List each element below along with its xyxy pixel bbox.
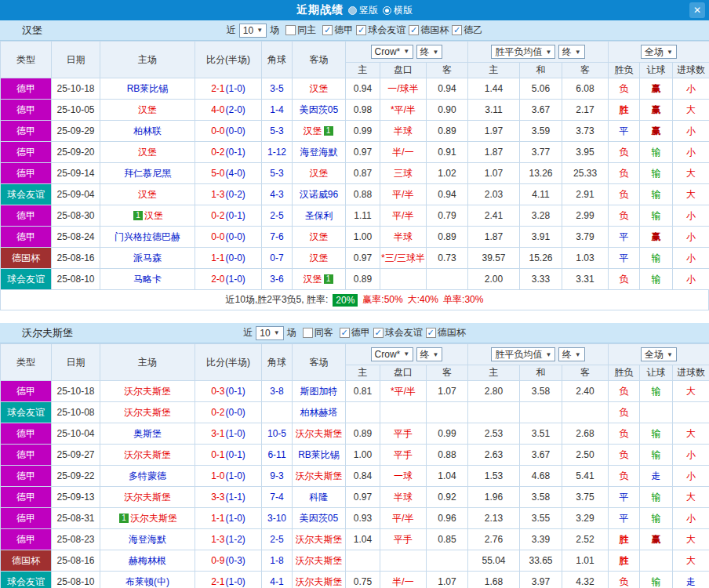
team-name[interactable]: 海登海默 (129, 534, 166, 545)
checkbox-unchecked-icon[interactable] (303, 328, 313, 338)
team-name[interactable]: 斯图加特 (300, 386, 338, 397)
team-name[interactable]: 柏林赫塔 (300, 407, 338, 418)
checkbox-checked-icon[interactable]: ✓ (373, 328, 384, 338)
team-name[interactable]: 海登海默 (300, 147, 338, 158)
team-name[interactable]: 汉堡 (144, 210, 163, 221)
team-name[interactable]: 沃尔夫斯堡 (124, 386, 171, 397)
league-checkbox[interactable]: ✓德甲 (322, 24, 353, 37)
let-result-cell: 输 (640, 184, 673, 205)
col-score: 比分(半场) (195, 344, 262, 381)
team-name[interactable]: 汉堡 (138, 104, 157, 115)
team-name[interactable]: 汉堡 (304, 125, 322, 136)
checkbox-checked-icon[interactable]: ✓ (452, 25, 462, 35)
near-label: 近 (243, 326, 253, 339)
vertical-label: 竖版 (359, 4, 378, 17)
team-name[interactable]: 沃尔夫斯堡 (130, 513, 177, 524)
avg-final-select[interactable]: 终▼ (558, 45, 585, 59)
team-name[interactable]: 汉堡 (310, 231, 329, 242)
league-checkbox[interactable]: ✓球会友谊 (373, 326, 423, 339)
team-name[interactable]: 汉堡 (310, 83, 329, 94)
team-name[interactable]: RB莱比锡 (298, 449, 340, 460)
team-name[interactable]: 柏林联 (133, 125, 162, 136)
league-checkbox[interactable]: ✓德国杯 (426, 326, 466, 339)
team-name[interactable]: 汉堡 (310, 252, 329, 263)
handicap-final-select[interactable]: 终▼ (416, 347, 443, 361)
same-venue-checkbox[interactable]: 同主 (285, 24, 316, 37)
checkbox-unchecked-icon[interactable] (285, 25, 296, 35)
checkbox-checked-icon[interactable]: ✓ (426, 328, 436, 338)
close-button[interactable]: ✕ (689, 2, 705, 18)
handicap-final-select[interactable]: 终▼ (416, 45, 443, 59)
checkbox-checked-icon[interactable]: ✓ (356, 25, 366, 35)
team-name[interactable]: 沃尔夫斯堡 (296, 576, 343, 587)
match-count-select[interactable]: 10▼ (239, 24, 267, 38)
team-name[interactable]: 沃尔夫斯堡 (124, 449, 171, 460)
team-name[interactable]: 布莱顿(中) (125, 576, 169, 587)
away-team-cell: 美因茨05 (293, 100, 346, 121)
team-name[interactable]: 沃尔夫斯堡 (296, 428, 343, 439)
team-name[interactable]: 沃尔夫斯堡 (296, 534, 343, 545)
team-name[interactable]: 汉堡 (138, 189, 157, 200)
avg-away-cell: 1.03 (562, 248, 609, 269)
section-wolfsburg: 沃尔夫斯堡 近 10▼ 场 同客 ✓德甲✓球会友谊✓德国杯 类型 日期 主场 比… (0, 323, 709, 588)
odds-company-select[interactable]: Crow*▼ (371, 347, 414, 361)
radio-unselected-icon[interactable] (348, 6, 357, 15)
match-count-select[interactable]: 10▼ (256, 326, 283, 340)
team-name[interactable]: RB莱比锡 (127, 83, 169, 94)
avg-select[interactable]: 胜平负均值▼ (491, 347, 555, 361)
team-name[interactable]: 沃尔夫斯堡 (124, 407, 171, 418)
team-name[interactable]: 汉堡 (304, 274, 322, 285)
home-odds-cell: 1.00 (346, 227, 380, 248)
halftime-score: (0-0) (226, 125, 245, 136)
fulltime-score: 2-1 (211, 576, 224, 587)
league-checkbox[interactable]: ✓球会友谊 (356, 24, 405, 37)
team-name[interactable]: 汉诺威96 (300, 189, 338, 200)
home-odds-cell: 1.11 (346, 205, 380, 227)
layout-vertical-radio[interactable]: 竖版 (348, 4, 378, 17)
avg-away-cell: 3.73 (562, 121, 609, 142)
avg-final-select[interactable]: 终▼ (558, 347, 585, 361)
team-name[interactable]: 沃尔夫斯堡 (296, 470, 343, 481)
away-odds-cell: 0.94 (427, 78, 468, 100)
team-name[interactable]: 赫梅林根 (129, 555, 166, 566)
team-name[interactable]: 美因茨05 (300, 513, 338, 524)
team-name[interactable]: 马略卡 (133, 274, 162, 285)
team-name[interactable]: 多特蒙德 (129, 470, 166, 481)
chevron-down-icon: ▼ (274, 329, 280, 336)
league-checkbox[interactable]: ✓德国杯 (409, 24, 449, 37)
avg-away-cell: 4.32 (562, 572, 609, 588)
corner-cell: 0-7 (262, 248, 293, 269)
team-name[interactable]: 汉堡 (138, 147, 157, 158)
col-result: 胜负 (609, 365, 640, 381)
team-name[interactable]: 美因茨05 (300, 104, 338, 115)
team-name[interactable]: 圣保利 (305, 210, 333, 221)
handicap-odds-group: Crow*▼ 终▼ (346, 42, 468, 63)
league-type-cell: 德甲 (1, 121, 52, 142)
checkbox-checked-icon[interactable]: ✓ (322, 25, 333, 35)
same-venue-checkbox[interactable]: 同客 (303, 326, 333, 339)
away-team-cell: 汉堡 (293, 248, 346, 269)
checkbox-checked-icon[interactable]: ✓ (340, 328, 350, 338)
team-name[interactable]: 汉堡 (310, 168, 329, 179)
league-checkbox[interactable]: ✓德甲 (340, 326, 370, 339)
away-odds-cell (427, 550, 468, 572)
team-name[interactable]: 沃尔夫斯堡 (124, 492, 171, 503)
checkbox-checked-icon[interactable]: ✓ (409, 25, 419, 35)
fullmatch-select[interactable]: 全场▼ (641, 45, 677, 59)
fullmatch-select[interactable]: 全场▼ (641, 347, 677, 361)
avg-select[interactable]: 胜平负均值▼ (491, 45, 555, 59)
team-name[interactable]: 拜仁慕尼黑 (124, 168, 171, 179)
team-name[interactable]: 门兴格拉德巴赫 (115, 231, 180, 242)
match-date: 25-08-24 (52, 227, 100, 248)
col-home: 主场 (100, 344, 195, 381)
odds-company-select[interactable]: Crow*▼ (371, 45, 414, 59)
league-checkbox[interactable]: ✓德乙 (452, 24, 482, 37)
team-name[interactable]: 科隆 (310, 492, 329, 503)
team-name[interactable]: 奥斯堡 (133, 428, 162, 439)
radio-selected-icon[interactable] (383, 6, 391, 15)
match-date: 25-09-13 (52, 487, 100, 508)
layout-horizontal-radio[interactable]: 横版 (383, 4, 413, 17)
handicap-cell: 半球 (380, 121, 427, 142)
team-name[interactable]: 沃尔夫斯堡 (296, 555, 343, 566)
team-name[interactable]: 派马森 (133, 252, 162, 263)
